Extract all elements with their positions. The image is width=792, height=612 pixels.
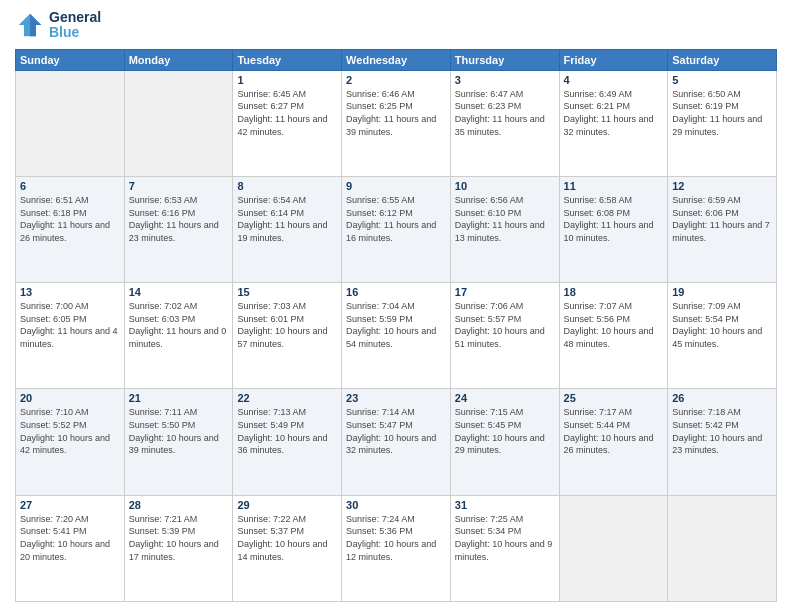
- day-info: Sunrise: 7:15 AM Sunset: 5:45 PM Dayligh…: [455, 406, 555, 456]
- table-cell: 18Sunrise: 7:07 AM Sunset: 5:56 PM Dayli…: [559, 283, 668, 389]
- day-info: Sunrise: 7:00 AM Sunset: 6:05 PM Dayligh…: [20, 300, 120, 350]
- page: General Blue Sunday Monday Tuesday Wedne…: [0, 0, 792, 612]
- day-number: 9: [346, 180, 446, 192]
- day-info: Sunrise: 7:03 AM Sunset: 6:01 PM Dayligh…: [237, 300, 337, 350]
- svg-marker-1: [30, 14, 41, 37]
- day-number: 31: [455, 499, 555, 511]
- day-number: 28: [129, 499, 229, 511]
- day-info: Sunrise: 7:06 AM Sunset: 5:57 PM Dayligh…: [455, 300, 555, 350]
- col-saturday: Saturday: [668, 49, 777, 70]
- table-cell: 25Sunrise: 7:17 AM Sunset: 5:44 PM Dayli…: [559, 389, 668, 495]
- day-number: 11: [564, 180, 664, 192]
- table-cell: 2Sunrise: 6:46 AM Sunset: 6:25 PM Daylig…: [342, 70, 451, 176]
- table-cell: 23Sunrise: 7:14 AM Sunset: 5:47 PM Dayli…: [342, 389, 451, 495]
- day-info: Sunrise: 7:04 AM Sunset: 5:59 PM Dayligh…: [346, 300, 446, 350]
- table-cell: 11Sunrise: 6:58 AM Sunset: 6:08 PM Dayli…: [559, 177, 668, 283]
- day-info: Sunrise: 7:22 AM Sunset: 5:37 PM Dayligh…: [237, 513, 337, 563]
- table-cell: 29Sunrise: 7:22 AM Sunset: 5:37 PM Dayli…: [233, 495, 342, 601]
- day-number: 24: [455, 392, 555, 404]
- day-number: 14: [129, 286, 229, 298]
- day-number: 2: [346, 74, 446, 86]
- day-number: 1: [237, 74, 337, 86]
- day-info: Sunrise: 6:47 AM Sunset: 6:23 PM Dayligh…: [455, 88, 555, 138]
- table-cell: 6Sunrise: 6:51 AM Sunset: 6:18 PM Daylig…: [16, 177, 125, 283]
- table-cell: 30Sunrise: 7:24 AM Sunset: 5:36 PM Dayli…: [342, 495, 451, 601]
- day-number: 27: [20, 499, 120, 511]
- col-monday: Monday: [124, 49, 233, 70]
- day-number: 20: [20, 392, 120, 404]
- day-info: Sunrise: 6:54 AM Sunset: 6:14 PM Dayligh…: [237, 194, 337, 244]
- table-cell: 19Sunrise: 7:09 AM Sunset: 5:54 PM Dayli…: [668, 283, 777, 389]
- day-info: Sunrise: 7:09 AM Sunset: 5:54 PM Dayligh…: [672, 300, 772, 350]
- table-cell: 9Sunrise: 6:55 AM Sunset: 6:12 PM Daylig…: [342, 177, 451, 283]
- table-cell: 12Sunrise: 6:59 AM Sunset: 6:06 PM Dayli…: [668, 177, 777, 283]
- day-info: Sunrise: 6:58 AM Sunset: 6:08 PM Dayligh…: [564, 194, 664, 244]
- day-number: 22: [237, 392, 337, 404]
- day-info: Sunrise: 7:10 AM Sunset: 5:52 PM Dayligh…: [20, 406, 120, 456]
- table-cell: 8Sunrise: 6:54 AM Sunset: 6:14 PM Daylig…: [233, 177, 342, 283]
- day-info: Sunrise: 6:50 AM Sunset: 6:19 PM Dayligh…: [672, 88, 772, 138]
- day-number: 10: [455, 180, 555, 192]
- logo: General Blue: [15, 10, 101, 41]
- day-info: Sunrise: 7:11 AM Sunset: 5:50 PM Dayligh…: [129, 406, 229, 456]
- day-info: Sunrise: 6:46 AM Sunset: 6:25 PM Dayligh…: [346, 88, 446, 138]
- table-cell: 13Sunrise: 7:00 AM Sunset: 6:05 PM Dayli…: [16, 283, 125, 389]
- day-number: 21: [129, 392, 229, 404]
- table-cell: 4Sunrise: 6:49 AM Sunset: 6:21 PM Daylig…: [559, 70, 668, 176]
- table-cell: 22Sunrise: 7:13 AM Sunset: 5:49 PM Dayli…: [233, 389, 342, 495]
- calendar-table: Sunday Monday Tuesday Wednesday Thursday…: [15, 49, 777, 602]
- day-info: Sunrise: 6:51 AM Sunset: 6:18 PM Dayligh…: [20, 194, 120, 244]
- day-number: 15: [237, 286, 337, 298]
- day-info: Sunrise: 6:59 AM Sunset: 6:06 PM Dayligh…: [672, 194, 772, 244]
- table-cell: 7Sunrise: 6:53 AM Sunset: 6:16 PM Daylig…: [124, 177, 233, 283]
- day-number: 16: [346, 286, 446, 298]
- table-cell: 20Sunrise: 7:10 AM Sunset: 5:52 PM Dayli…: [16, 389, 125, 495]
- day-info: Sunrise: 7:17 AM Sunset: 5:44 PM Dayligh…: [564, 406, 664, 456]
- day-info: Sunrise: 6:53 AM Sunset: 6:16 PM Dayligh…: [129, 194, 229, 244]
- day-number: 29: [237, 499, 337, 511]
- table-cell: 21Sunrise: 7:11 AM Sunset: 5:50 PM Dayli…: [124, 389, 233, 495]
- day-number: 26: [672, 392, 772, 404]
- header: General Blue: [15, 10, 777, 41]
- day-number: 7: [129, 180, 229, 192]
- day-info: Sunrise: 7:18 AM Sunset: 5:42 PM Dayligh…: [672, 406, 772, 456]
- calendar-week-row: 27Sunrise: 7:20 AM Sunset: 5:41 PM Dayli…: [16, 495, 777, 601]
- table-cell: [668, 495, 777, 601]
- day-info: Sunrise: 6:45 AM Sunset: 6:27 PM Dayligh…: [237, 88, 337, 138]
- calendar-header-row: Sunday Monday Tuesday Wednesday Thursday…: [16, 49, 777, 70]
- table-cell: 5Sunrise: 6:50 AM Sunset: 6:19 PM Daylig…: [668, 70, 777, 176]
- col-sunday: Sunday: [16, 49, 125, 70]
- table-cell: 24Sunrise: 7:15 AM Sunset: 5:45 PM Dayli…: [450, 389, 559, 495]
- day-info: Sunrise: 7:24 AM Sunset: 5:36 PM Dayligh…: [346, 513, 446, 563]
- table-cell: 1Sunrise: 6:45 AM Sunset: 6:27 PM Daylig…: [233, 70, 342, 176]
- table-cell: [124, 70, 233, 176]
- day-number: 23: [346, 392, 446, 404]
- table-cell: 3Sunrise: 6:47 AM Sunset: 6:23 PM Daylig…: [450, 70, 559, 176]
- logo-icon: [15, 10, 45, 40]
- day-number: 30: [346, 499, 446, 511]
- day-info: Sunrise: 6:49 AM Sunset: 6:21 PM Dayligh…: [564, 88, 664, 138]
- col-wednesday: Wednesday: [342, 49, 451, 70]
- day-info: Sunrise: 7:14 AM Sunset: 5:47 PM Dayligh…: [346, 406, 446, 456]
- day-info: Sunrise: 7:13 AM Sunset: 5:49 PM Dayligh…: [237, 406, 337, 456]
- day-number: 5: [672, 74, 772, 86]
- table-cell: 28Sunrise: 7:21 AM Sunset: 5:39 PM Dayli…: [124, 495, 233, 601]
- day-number: 25: [564, 392, 664, 404]
- day-number: 18: [564, 286, 664, 298]
- col-friday: Friday: [559, 49, 668, 70]
- day-number: 13: [20, 286, 120, 298]
- day-info: Sunrise: 6:56 AM Sunset: 6:10 PM Dayligh…: [455, 194, 555, 244]
- table-cell: 16Sunrise: 7:04 AM Sunset: 5:59 PM Dayli…: [342, 283, 451, 389]
- calendar-week-row: 20Sunrise: 7:10 AM Sunset: 5:52 PM Dayli…: [16, 389, 777, 495]
- day-number: 17: [455, 286, 555, 298]
- logo-text: General Blue: [49, 10, 101, 41]
- table-cell: 26Sunrise: 7:18 AM Sunset: 5:42 PM Dayli…: [668, 389, 777, 495]
- day-number: 12: [672, 180, 772, 192]
- table-cell: 14Sunrise: 7:02 AM Sunset: 6:03 PM Dayli…: [124, 283, 233, 389]
- table-cell: 15Sunrise: 7:03 AM Sunset: 6:01 PM Dayli…: [233, 283, 342, 389]
- col-thursday: Thursday: [450, 49, 559, 70]
- col-tuesday: Tuesday: [233, 49, 342, 70]
- day-number: 4: [564, 74, 664, 86]
- day-info: Sunrise: 7:25 AM Sunset: 5:34 PM Dayligh…: [455, 513, 555, 563]
- day-number: 3: [455, 74, 555, 86]
